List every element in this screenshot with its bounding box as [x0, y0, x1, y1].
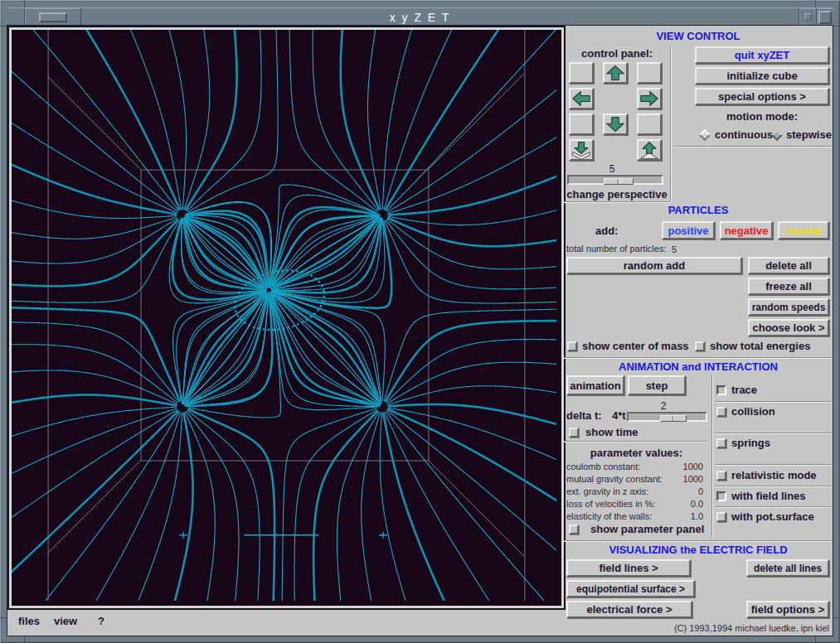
show-center-of-mass-label[interactable]: show center of mass: [582, 340, 689, 352]
down-arrow-icon: [605, 115, 626, 133]
step-button[interactable]: step: [628, 375, 686, 395]
divider: [674, 146, 833, 147]
with-pot-surface-label[interactable]: with pot.surface: [731, 510, 814, 523]
param-value: 1000: [655, 462, 703, 471]
perspective-slider[interactable]: [567, 175, 663, 185]
radio-continuous[interactable]: [699, 129, 711, 141]
show-parameter-panel-label[interactable]: show parameter panel: [590, 523, 704, 535]
with-pot-surface-checkbox[interactable]: [716, 512, 726, 522]
trace-label[interactable]: trace: [731, 384, 757, 396]
perspective-value: 5: [564, 163, 660, 175]
radio-stepwise-label[interactable]: stepwise: [786, 128, 832, 141]
minimize-icon: [804, 13, 812, 21]
lower-plane-arrow-icon: [571, 140, 592, 160]
frame-handle: [24, 636, 25, 643]
choose-look-button[interactable]: choose look >: [748, 319, 829, 336]
quit-button[interactable]: quit xyZET: [695, 46, 829, 64]
field-lines-canvas[interactable]: [12, 30, 556, 601]
delta-slider-thumb[interactable]: [660, 415, 687, 422]
springs-checkbox[interactable]: [716, 438, 726, 448]
add-negative-button[interactable]: negative: [720, 221, 773, 239]
show-time-checkbox[interactable]: [569, 428, 579, 438]
menu-help[interactable]: ?: [98, 615, 104, 627]
pan-up-button[interactable]: [603, 62, 628, 84]
xyzet-app: x y Z E T files view ? VIEW CONTROL cont…: [0, 0, 840, 643]
random-speeds-button[interactable]: random speeds: [748, 298, 829, 316]
frame-handle: [0, 26, 7, 27]
param-label: loss of velocities in %:: [566, 499, 656, 509]
random-add-button[interactable]: random add: [566, 257, 742, 274]
param-value: 1000: [655, 474, 703, 484]
with-field-lines-label[interactable]: with field lines: [731, 490, 806, 502]
add-positive-button[interactable]: positive: [662, 221, 715, 239]
view-control-title: VIEW CONTROL: [564, 30, 833, 42]
show-total-energies-label[interactable]: show total energies: [710, 340, 810, 352]
radio-continuous-label[interactable]: continuous: [715, 128, 773, 141]
frame-handle: [24, 0, 25, 7]
equipotential-surface-button[interactable]: equipotential surface >: [566, 580, 695, 597]
perspective-slider-thumb[interactable]: [604, 178, 634, 185]
initialize-cube-button[interactable]: initialize cube: [695, 67, 829, 85]
divider: [715, 464, 831, 466]
show-total-energies-checkbox[interactable]: [695, 341, 705, 351]
param-label: elasticity of the walls:: [566, 511, 652, 521]
param-value: 0.0: [655, 499, 703, 509]
maximize-button[interactable]: [816, 8, 833, 26]
divider: [564, 540, 833, 542]
pan-button-blank[interactable]: [569, 114, 594, 135]
field-options-button[interactable]: field options >: [746, 601, 829, 618]
lower-z-button[interactable]: [569, 139, 594, 161]
show-parameter-panel-checkbox[interactable]: [569, 525, 579, 534]
param-label: ext. gravity in z axis:: [566, 486, 648, 496]
add-neutral-button[interactable]: neutral: [778, 221, 829, 239]
animation-title: ANIMATION and INTERACTION: [564, 360, 833, 373]
collision-label[interactable]: collision: [731, 405, 775, 418]
menu-view[interactable]: view: [54, 615, 77, 627]
left-arrow-icon: [571, 89, 592, 108]
pan-button-blank[interactable]: [569, 62, 594, 84]
delta-t-label: delta t:: [566, 409, 602, 422]
maximize-icon: [818, 11, 832, 24]
relativistic-mode-checkbox[interactable]: [716, 471, 726, 481]
pan-right-button[interactable]: [637, 88, 662, 109]
electrical-force-button[interactable]: electrical force >: [566, 601, 692, 618]
titlebar[interactable]: x y Z E T: [7, 7, 833, 27]
divider: [564, 201, 670, 203]
main-content: files view ? VIEW CONTROL control panel:: [7, 26, 833, 636]
springs-label[interactable]: springs: [731, 437, 770, 449]
electric-field-title: VISUALIZING the ELECTRIC FIELD: [564, 544, 833, 556]
trace-checkbox[interactable]: [716, 385, 726, 395]
pan-down-button[interactable]: [603, 114, 628, 135]
copyright: (C) 1993,1994 michael luedke, ipn kiel: [564, 623, 829, 633]
window-title: x y Z E T: [7, 11, 833, 24]
pan-button-blank[interactable]: [637, 114, 662, 135]
delete-all-lines-button[interactable]: delete all lines: [746, 559, 829, 577]
raise-plane-arrow-icon: [638, 140, 660, 160]
minimize-button[interactable]: [799, 8, 817, 26]
divider: [711, 375, 713, 537]
total-particles-label: total number of particles:: [566, 244, 666, 254]
pan-button-blank[interactable]: [637, 62, 662, 84]
delta-slider[interactable]: [627, 412, 707, 422]
animation-button[interactable]: animation: [566, 375, 624, 395]
param-value: 1.0: [655, 511, 703, 521]
relativistic-mode-label[interactable]: relativistic mode: [731, 469, 817, 481]
frame-handle: [833, 617, 840, 618]
delete-all-button[interactable]: delete all: [748, 257, 829, 274]
raise-z-button[interactable]: [637, 139, 662, 161]
up-arrow-icon: [605, 64, 626, 82]
radio-stepwise[interactable]: [771, 129, 783, 141]
simulation-viewport[interactable]: [9, 27, 564, 608]
show-time-label[interactable]: show time: [585, 426, 638, 438]
show-center-of-mass-checkbox[interactable]: [567, 341, 577, 351]
collision-checkbox[interactable]: [716, 407, 726, 417]
freeze-all-button[interactable]: freeze all: [748, 278, 829, 295]
with-field-lines-checkbox[interactable]: [716, 491, 726, 501]
frame-handle: [0, 617, 7, 618]
menu-files[interactable]: files: [18, 615, 40, 627]
divider: [670, 46, 672, 201]
pan-left-button[interactable]: [569, 88, 594, 109]
field-lines-button[interactable]: field lines >: [566, 559, 691, 577]
param-label: mutual gravity constant:: [566, 474, 663, 484]
special-options-button[interactable]: special options >: [695, 88, 829, 105]
